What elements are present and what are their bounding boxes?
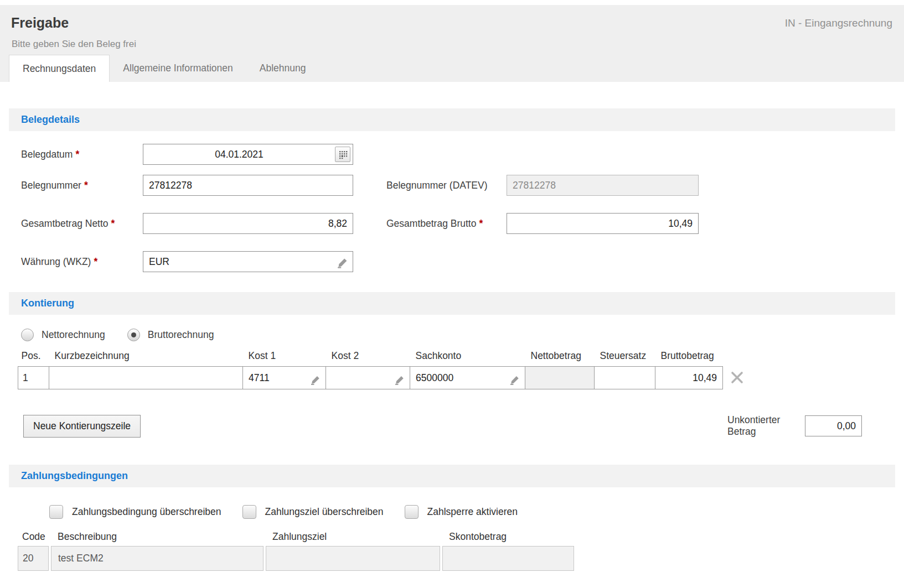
edit-pencil-icon[interactable] bbox=[509, 374, 520, 386]
document-type-label: IN - Eingangsrechnung bbox=[785, 17, 892, 29]
code-cell: 20 bbox=[18, 546, 49, 571]
required-marker: * bbox=[84, 180, 88, 191]
checkbox-label: Zahlungsziel überschreiben bbox=[265, 506, 384, 518]
required-marker: * bbox=[94, 256, 97, 267]
close-x-icon bbox=[730, 370, 745, 385]
bruttobetrag-input[interactable] bbox=[655, 367, 722, 389]
col-header-pos: Pos. bbox=[18, 350, 49, 367]
col-header-sachkonto: Sachkonto bbox=[410, 350, 525, 367]
tab-rechnungsdaten[interactable]: Rechnungsdaten bbox=[9, 55, 110, 82]
edit-pencil-icon[interactable] bbox=[394, 374, 405, 386]
zahlungsziel-cell bbox=[266, 546, 440, 571]
checkbox-zahlsperre-aktivieren[interactable] bbox=[405, 505, 419, 519]
kontierung-table-row: 1 bbox=[18, 367, 723, 389]
section-header-kontierung: Kontierung bbox=[9, 292, 895, 315]
pos-cell: 1 bbox=[18, 367, 49, 389]
col-header-steuersatz: Steuersatz bbox=[595, 350, 655, 367]
skontobetrag-cell bbox=[442, 546, 574, 571]
col-header-zahlungsziel: Zahlungsziel bbox=[266, 531, 440, 543]
section-title: Belegdetails bbox=[21, 114, 80, 125]
radio-nettorechnung[interactable] bbox=[21, 329, 34, 341]
col-header-kurzbezeichnung: Kurzbezeichnung bbox=[49, 350, 243, 367]
page-subtitle: Bitte geben Sie den Beleg frei bbox=[12, 39, 136, 50]
section-title: Kontierung bbox=[21, 298, 74, 309]
col-header-nettobetrag: Nettobetrag bbox=[525, 350, 595, 367]
zahlungsbedingungen-table-row: 20 test ECM2 bbox=[18, 546, 895, 571]
required-marker: * bbox=[75, 149, 79, 160]
nettobetrag-cell bbox=[525, 367, 595, 389]
col-header-kost2: Kost 2 bbox=[326, 350, 410, 367]
col-header-beschreibung: Beschreibung bbox=[51, 531, 264, 543]
checkbox-label: Zahlungsbedingung überschreiben bbox=[72, 506, 221, 518]
belegnummer-datev-label: Belegnummer (DATEV) bbox=[386, 180, 507, 191]
neue-kontierungszeile-button[interactable]: Neue Kontierungszeile bbox=[23, 415, 141, 438]
tab-bar: Rechnungsdaten Allgemeine Informationen … bbox=[9, 55, 319, 82]
required-marker: * bbox=[111, 218, 115, 229]
kontierung-table: Pos. Kurzbezeichnung Kost 1 Kost 2 Sachk… bbox=[18, 350, 723, 389]
belegdatum-input[interactable] bbox=[143, 144, 353, 165]
sachkonto-input[interactable] bbox=[410, 367, 525, 389]
checkbox-label: Zahlsperre aktivieren bbox=[427, 506, 518, 518]
tab-ablehnung[interactable]: Ablehnung bbox=[246, 55, 319, 82]
unkontierter-betrag-label: Unkontierter Betrag bbox=[727, 414, 789, 438]
col-header-kost1: Kost 1 bbox=[243, 350, 326, 367]
radio-bruttorechnung[interactable] bbox=[127, 329, 140, 341]
waehrung-label: Währung (WKZ)* bbox=[21, 256, 143, 268]
section-header-zahlungsbedingungen: Zahlungsbedingungen bbox=[9, 465, 895, 487]
col-header-skontobetrag: Skontobetrag bbox=[442, 531, 574, 543]
page-title: Freigabe bbox=[11, 15, 69, 31]
beschreibung-cell: test ECM2 bbox=[51, 546, 264, 571]
checkbox-zahlungsziel-ueberschreiben[interactable] bbox=[242, 505, 256, 519]
kontierung-table-header-row: Pos. Kurzbezeichnung Kost 1 Kost 2 Sachk… bbox=[18, 350, 723, 367]
gesamtbetrag-brutto-input[interactable] bbox=[507, 213, 699, 234]
waehrung-input[interactable] bbox=[143, 251, 353, 272]
zahlungsbedingungen-table-header-row: Code Beschreibung Zahlungsziel Skontobet… bbox=[18, 531, 895, 543]
delete-row-button[interactable] bbox=[730, 370, 745, 385]
calendar-picker-button[interactable] bbox=[335, 147, 350, 162]
checkbox-zahlungsbedingung-ueberschreiben[interactable] bbox=[49, 505, 63, 519]
gesamtbetrag-netto-label: Gesamtbetrag Netto* bbox=[21, 218, 143, 230]
edit-pencil-icon[interactable] bbox=[310, 374, 321, 386]
calendar-grid-icon bbox=[338, 150, 348, 159]
page-header: Freigabe Bitte geben Sie den Beleg frei … bbox=[0, 5, 904, 82]
kurzbezeichnung-input[interactable] bbox=[49, 367, 242, 389]
zahlungsbedingungen-table: Code Beschreibung Zahlungsziel Skontobet… bbox=[18, 531, 895, 571]
rechnungsart-radio-group: Nettorechnung Bruttorechnung bbox=[21, 329, 895, 341]
tab-allgemeine-informationen[interactable]: Allgemeine Informationen bbox=[110, 55, 246, 82]
unkontierter-betrag-input bbox=[805, 415, 862, 436]
steuersatz-input[interactable] bbox=[595, 367, 655, 389]
gesamtbetrag-netto-input[interactable] bbox=[143, 213, 353, 234]
section-title: Zahlungsbedingungen bbox=[21, 470, 128, 481]
edit-pencil-icon[interactable] bbox=[337, 257, 349, 269]
zahlungsbedingungen-checkbox-row: Zahlungsbedingung überschreiben Zahlungs… bbox=[49, 505, 895, 519]
gesamtbetrag-brutto-label: Gesamtbetrag Brutto* bbox=[386, 218, 507, 230]
belegdatum-label: Belegdatum* bbox=[21, 149, 143, 160]
belegnummer-datev-input bbox=[507, 175, 699, 196]
col-header-code: Code bbox=[18, 531, 49, 543]
radio-nettorechnung-label: Nettorechnung bbox=[42, 329, 105, 341]
belegnummer-label: Belegnummer* bbox=[21, 180, 143, 191]
belegnummer-input[interactable] bbox=[143, 175, 353, 196]
required-marker: * bbox=[479, 218, 483, 229]
radio-bruttorechnung-label: Bruttorechnung bbox=[148, 329, 214, 341]
col-header-bruttobetrag: Bruttobetrag bbox=[655, 350, 723, 367]
section-header-belegdetails: Belegdetails bbox=[9, 108, 895, 131]
